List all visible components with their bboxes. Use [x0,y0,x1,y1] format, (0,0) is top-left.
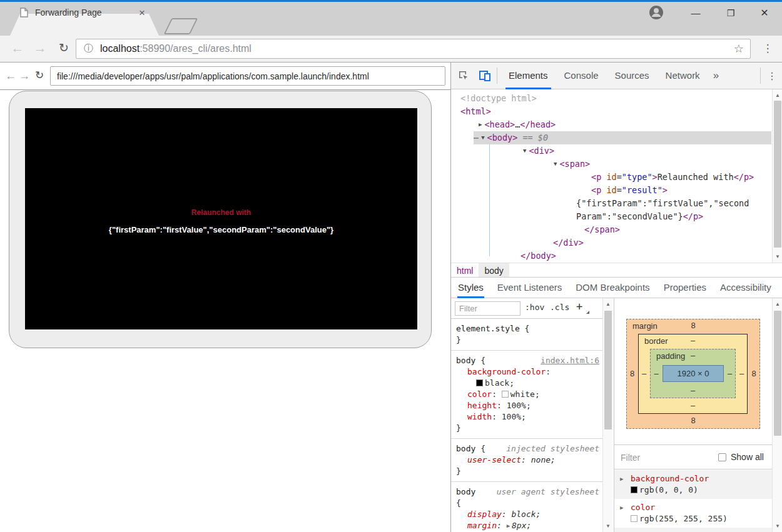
box-model-diagram: margin border padding 1920 × 0 8 – – – [614,298,773,444]
dom-tree-line[interactable]: {"firstParam":"firstValue","second [576,197,749,210]
box-model-content[interactable]: 1920 × 0 [663,365,724,382]
scroll-down-icon[interactable]: ▼ [603,523,613,529]
sidebar-tab-accessibility[interactable]: Accessibility [713,278,778,298]
margin-top-value: 8 [626,321,760,331]
dom-tree-line[interactable]: ▶<head>…</head> [479,118,556,131]
computed-pane: margin border padding 1920 × 0 8 – – – [614,298,782,532]
device-screen: Relaunched with {"firstParam":"firstValu… [25,108,417,329]
minimize-button[interactable]: — [682,4,709,22]
class-toggle[interactable]: .cls [550,303,569,312]
devtools-tab-network[interactable]: Network [658,63,708,89]
new-style-rule-button[interactable]: + [576,300,582,313]
dom-tree-line[interactable]: <p id="result"> [591,184,668,197]
scroll-thumb[interactable] [604,311,612,429]
sidebar-panes: :hov .cls + element.style {}body {index.… [451,298,782,532]
url-text: localhost:58990/ares_cli/ares.html [100,43,251,54]
close-button[interactable]: ✕ [751,4,778,22]
devtools-menu-icon[interactable]: ⋮ [764,70,780,82]
dom-tree-line[interactable]: </div> [553,236,584,249]
sidebar-tab-styles[interactable]: Styles [451,278,490,298]
app-back-button[interactable]: ← [4,68,18,83]
computed-scrollbar[interactable]: ▲ ▼ [772,298,782,532]
style-rule[interactable]: body {index.html:6background-color:black… [451,351,602,439]
scroll-up-icon[interactable]: ▲ [603,301,613,307]
dom-tree-line[interactable]: <html> [460,105,491,118]
new-rule-corner-icon [586,311,589,314]
new-tab-button[interactable] [164,18,198,34]
computed-property-color[interactable]: ▶colorrgb(255, 255, 255) [614,499,773,528]
dom-tree-line[interactable]: ▼<div> [523,144,554,158]
browser-menu-icon[interactable]: ⋮ [759,40,776,58]
toolbar-separator [760,68,761,84]
back-button[interactable]: ← [9,39,26,57]
dom-tree-line[interactable]: </span> [584,223,620,236]
dom-tree-line[interactable]: Param":"secondValue"}</p> [576,210,703,223]
sidebar-tabs: StylesEvent ListenersDOM BreakpointsProp… [451,278,782,298]
dom-tree-scrollbar[interactable]: ▲ ▼ [772,89,782,263]
profile-icon[interactable] [648,4,664,21]
app-address-bar[interactable]: file:///media/developer/apps/usr/palm/ap… [50,66,445,86]
devtools-toolbar: ElementsConsoleSourcesNetwork » ⋮ [451,63,782,89]
tab-title: Forwarding Page [35,8,102,18]
styles-filter-row: :hov .cls + [451,298,602,319]
reload-button[interactable]: ↻ [55,39,73,57]
devtools-tab-elements[interactable]: Elements [500,63,556,89]
dom-tree-line[interactable]: ⋯▼<body> == $0 [474,131,771,144]
styles-scrollbar[interactable]: ▲ ▼ [602,298,613,532]
margin-left-value: 8 [626,369,638,379]
bookmark-star-icon[interactable]: ☆ [734,42,744,56]
sidebar-tab-properties[interactable]: Properties [657,278,713,298]
window-content: ← → ↻ file:///media/developer/apps/usr/p… [0,63,782,532]
tab-close-icon[interactable]: × [139,7,145,19]
border-left-value: – [638,369,650,379]
show-all-checkbox[interactable] [718,453,726,461]
computed-filter-input[interactable] [621,451,689,464]
relaunch-result-text: {"firstParam":"firstValue","secondParam"… [25,225,417,234]
app-forward-button[interactable]: → [18,68,31,83]
dom-tree-line[interactable]: ▼<span> [554,158,590,171]
dom-tree: <!doctype html><html>▶<head>…</head>⋯▼<b… [451,89,782,263]
devtools-tab-sources[interactable]: Sources [607,63,658,89]
style-rule[interactable]: bodyuser agent stylesheet{display: block… [451,482,602,532]
scroll-up-icon[interactable]: ▲ [773,301,782,307]
sidebar-tab-dom-breakpoints[interactable]: DOM Breakpoints [569,278,656,298]
relaunch-type-text: Relaunched with [25,208,417,217]
scroll-up-icon[interactable]: ▲ [773,93,782,98]
device-frame: Relaunched with {"firstParam":"firstValu… [9,91,432,348]
margin-right-value: 8 [748,369,760,379]
tree-guide-line [489,144,490,256]
computed-filter-row: Show all [614,444,773,469]
style-rule[interactable]: body {injected stylesheetuser-select: no… [451,439,602,482]
address-bar[interactable]: ⓘ localhost:58990/ares_cli/ares.html ☆ [76,39,751,59]
style-rule[interactable]: element.style {} [451,319,602,351]
device-toolbar-icon[interactable] [476,67,494,84]
scroll-thumb[interactable] [774,311,781,436]
border-top-value: – [638,336,748,346]
scroll-thumb[interactable] [774,101,781,248]
app-toolbar: ← → ↻ file:///media/developer/apps/usr/p… [0,63,450,90]
sidebar-tab-event-listeners[interactable]: Event Listeners [490,278,569,298]
more-tabs-icon[interactable]: » [708,69,724,82]
maximize-button[interactable]: ❒ [717,4,744,22]
dom-tree-line[interactable]: </body> [520,249,556,263]
pseudo-state-toggle[interactable]: :hov [525,303,544,312]
url-host: localhost [100,43,140,54]
scroll-down-icon[interactable]: ▼ [773,254,782,259]
margin-bottom-value: 8 [626,416,760,426]
page-favicon-icon [20,8,28,18]
computed-property-background-color[interactable]: ▶background-colorrgb(0, 0, 0) [614,470,773,499]
breadcrumb: htmlbody [451,263,782,278]
scroll-down-icon[interactable]: ▼ [773,523,782,529]
devtools-tab-console[interactable]: Console [556,63,607,89]
breadcrumb-body[interactable]: body [479,263,509,277]
app-reload-button[interactable]: ↻ [33,68,46,83]
dom-tree-line[interactable]: <p id="type">Relaunched with</p> [591,171,754,184]
styles-filter-input[interactable] [455,301,520,316]
inspect-element-icon[interactable] [455,67,472,84]
dom-tree-line[interactable]: <!doctype html> [460,92,537,105]
computed-property-display[interactable]: ▶display [614,528,773,532]
info-icon[interactable]: ⓘ [84,43,93,54]
forward-button[interactable]: → [31,39,49,57]
breadcrumb-html[interactable]: html [451,263,479,277]
padding-right-value: – [724,369,736,379]
